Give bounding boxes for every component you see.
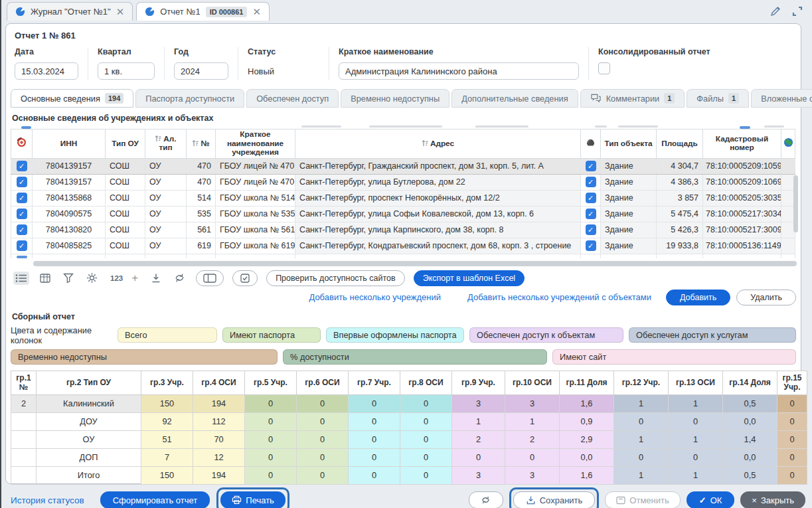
section-tab-7[interactable]: Вложенные отчеты xyxy=(751,89,812,108)
add-many-objects-link[interactable]: Добавить несколько учреждений с объектам… xyxy=(467,292,651,302)
refresh-icon[interactable] xyxy=(172,271,187,285)
summary-column-header: гр.5 Учр. xyxy=(245,371,297,394)
list-view-icon[interactable] xyxy=(13,272,29,285)
collapse-icon[interactable] xyxy=(792,6,803,17)
summary-row[interactable]: ДОП7120000000,0000,00 xyxy=(11,448,807,466)
row-checkbox[interactable]: ✓ xyxy=(586,177,596,187)
section-tab-2[interactable]: Обеспечен доступ xyxy=(246,89,339,108)
row-checkbox[interactable]: ✓ xyxy=(17,177,27,187)
legend-chip: Впервые оформлены паспорта xyxy=(326,327,464,343)
panel-split-button[interactable] xyxy=(196,270,224,286)
tab-report1[interactable]: Отчет №1 ID 000861 ✕ xyxy=(136,2,270,21)
table-row[interactable]: ✓7804090575СОШОУ535ГБОУ школа № 535Санкт… xyxy=(11,206,795,222)
column-header[interactable]: Адрес xyxy=(295,129,581,159)
generate-report-button[interactable]: Сформировать отчет xyxy=(100,491,210,508)
table-row[interactable]: ✓7804085825СОШОУ619ГБОУ школа № 619Санкт… xyxy=(11,238,795,254)
column-header[interactable] xyxy=(581,129,601,159)
summary-row[interactable]: 2Калининский1501940000331,6110,50 xyxy=(11,394,807,412)
summary-row[interactable]: ДОУ921120000110,9000,00 xyxy=(11,412,807,430)
print-button[interactable]: Печать xyxy=(220,491,285,508)
section-tab-4[interactable]: Дополнительные сведения xyxy=(451,89,578,108)
section-tab-3[interactable]: Временно недоступны xyxy=(341,89,449,108)
row-checkbox[interactable]: ✓ xyxy=(17,161,27,171)
cell-cadastre: 78:10:0005217:3009 xyxy=(703,222,781,238)
gear-icon[interactable] xyxy=(84,270,100,286)
row-checkbox[interactable]: ✓ xyxy=(17,193,27,203)
row-checkbox[interactable]: ✓ xyxy=(586,161,596,171)
column-header[interactable]: ИНН xyxy=(33,129,106,159)
table-row[interactable]: ✓7804139157СОШОУ470ГБОУ лицей № 470Санкт… xyxy=(11,174,795,190)
sync-button[interactable] xyxy=(469,491,503,508)
column-header[interactable]: Кадастровый номер xyxy=(703,129,781,159)
download-icon[interactable] xyxy=(149,271,163,286)
section-tab-0[interactable]: Основные сведения194 xyxy=(11,89,133,108)
summary-row[interactable]: ОУ51700000222,9111,40 xyxy=(11,430,807,448)
section-tab-1[interactable]: Паспорта доступности xyxy=(135,89,244,108)
save-button[interactable]: Сохранить xyxy=(513,491,596,508)
cancel-button[interactable]: Отменить xyxy=(605,491,680,508)
pie-chart-icon xyxy=(15,7,25,17)
column-header[interactable] xyxy=(11,129,33,159)
column-header[interactable]: Площадь xyxy=(657,129,703,159)
close-button[interactable]: × Закрыть xyxy=(740,491,805,508)
summary-row[interactable]: Итого1501940000331,6110,50 xyxy=(11,466,807,484)
plus-icon[interactable]: + xyxy=(129,270,140,287)
cell-cadastre: 78:10:0005205:3035 xyxy=(703,190,781,206)
vertical-scrollbar[interactable] xyxy=(793,175,798,232)
close-icon[interactable]: ✕ xyxy=(252,7,261,17)
quarter-input[interactable]: 1 кв. xyxy=(98,62,155,80)
summary-value: 12 xyxy=(193,448,245,466)
row-checkbox[interactable]: ✓ xyxy=(586,240,596,251)
row-checkbox[interactable]: ✓ xyxy=(586,193,596,203)
column-header[interactable]: Тип объекта xyxy=(601,129,657,159)
table-row[interactable]: ✓7804139157СОШОУ470ГБОУ лицей № 470Санкт… xyxy=(11,158,795,174)
summary-column-header: гр.6 ОСИ xyxy=(297,371,349,394)
delete-button[interactable]: Удалить xyxy=(736,290,796,305)
column-header[interactable] xyxy=(781,129,795,159)
column-header[interactable]: Краткое наименование учреждения xyxy=(216,129,295,159)
field-year: Год 2024 xyxy=(174,47,238,80)
table-row[interactable]: ✓7804135868СОШОУ514ГБОУ школа № 514Санкт… xyxy=(11,190,795,206)
cell-obj-type: Здание xyxy=(601,206,657,222)
row-checkbox[interactable]: ✓ xyxy=(586,224,596,235)
multi-select-button[interactable] xyxy=(232,270,258,286)
grid-view-icon[interactable] xyxy=(38,272,52,285)
column-header[interactable]: Ал. тип xyxy=(145,129,187,159)
cell-group-num xyxy=(11,448,37,466)
row-checkbox[interactable]: ✓ xyxy=(17,224,27,235)
check-sites-button[interactable]: Проверить доступность сайтов xyxy=(266,270,405,286)
section-tab-5[interactable]: Комментарии1 xyxy=(580,89,685,108)
table-row[interactable]: ✓7804130820СОШОУ561ГБОУ школа № 561Санкт… xyxy=(11,222,795,238)
cell-area: 5 475,4 xyxy=(657,206,703,222)
horizontal-scrollbar[interactable] xyxy=(33,261,797,266)
field-date: Дата 15.03.2024 xyxy=(15,47,88,80)
summary-value: 51 xyxy=(141,430,193,448)
section-tab-6[interactable]: Файлы1 xyxy=(687,89,749,108)
column-header[interactable]: Тип ОУ xyxy=(106,129,145,159)
export-excel-button[interactable]: Экспорт в шаблон Excel xyxy=(414,270,525,286)
ok-button[interactable]: ✓ ОК xyxy=(687,491,735,508)
status-history-link[interactable]: История статусов xyxy=(11,495,84,505)
consolidated-checkbox[interactable] xyxy=(598,62,610,74)
edit-pencil-icon[interactable] xyxy=(770,5,781,17)
short-name-input[interactable]: Администрация Калининского района xyxy=(339,62,579,80)
add-button[interactable]: Добавить xyxy=(666,290,730,305)
filter-icon[interactable] xyxy=(61,271,76,285)
legend-chip: Обеспечен доступ к объектам xyxy=(469,327,623,343)
column-header[interactable]: № xyxy=(187,129,216,159)
summary-column-header: гр.14 Доля xyxy=(723,371,777,394)
numbers-toggle[interactable]: 123 xyxy=(108,272,125,284)
year-input[interactable]: 2024 xyxy=(174,62,228,80)
close-icon[interactable]: ✕ xyxy=(116,7,125,17)
row-checkbox[interactable]: ✓ xyxy=(17,209,27,219)
date-input[interactable]: 15.03.2024 xyxy=(15,62,78,80)
row-checkbox[interactable]: ✓ xyxy=(586,209,596,219)
add-many-link[interactable]: Добавить несколько учреждений xyxy=(309,292,441,302)
tab-journal-report1[interactable]: Журнал "Отчет №1" ✕ xyxy=(7,2,133,21)
summary-column-header: гр.12 Учр. xyxy=(614,371,669,394)
cell-area: 19 933,8 xyxy=(657,238,703,254)
cell-ou-type: Калининский xyxy=(37,394,141,412)
summary-value: 0 xyxy=(245,394,297,412)
row-checkbox[interactable]: ✓ xyxy=(17,240,27,251)
tab-label: Отчет №1 xyxy=(160,7,200,17)
